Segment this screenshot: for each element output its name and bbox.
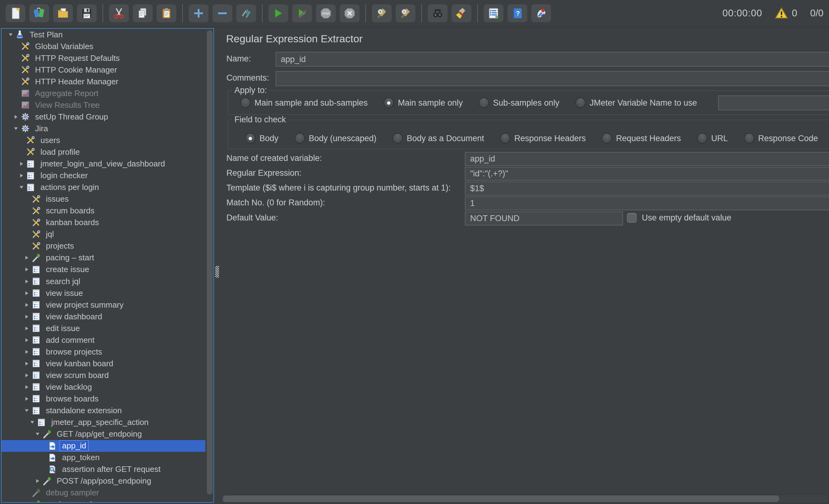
tree-item-post-app-post-endpoing[interactable]: POST /app/post_endpoing [2,475,205,487]
stop-button[interactable] [316,4,336,22]
help-button[interactable] [507,4,527,22]
tree-item-view-issue[interactable]: view issue [2,287,205,299]
field-to-check-option-response-code[interactable]: Response Code [744,133,818,144]
tree-item-jmeter-login-and-view-dashboard[interactable]: jmeter_login_and_view_dashboard [2,158,205,170]
expander-open-icon[interactable] [17,185,25,190]
use-empty-default-checkbox[interactable] [627,213,637,223]
tree-item-create-issue[interactable]: create issue [2,264,205,276]
toggle-button[interactable] [236,4,256,22]
expander-closed-icon[interactable] [23,361,31,366]
remote-start-all-button[interactable] [372,4,392,22]
tree-item-view-kanban-board[interactable]: view kanban board [2,358,205,369]
apply-to-option-main-sample-and-sub-samples[interactable]: Main sample and sub-samples [240,98,367,108]
field-to-check-option-url[interactable]: URL [697,133,728,144]
expander-closed-icon[interactable] [23,279,31,284]
radio-label[interactable]: Body as a Document [407,134,484,143]
radio-label[interactable]: Main sample only [398,98,463,108]
expander-closed-icon[interactable] [23,291,31,296]
match-no-0-for-random-input[interactable]: 1 [465,196,829,210]
apply-to-option-sub-samples-only[interactable]: Sub-samples only [479,98,560,108]
tree-item-view-scrum-board[interactable]: view scrum board [2,369,205,381]
expander-closed-icon[interactable] [23,326,31,331]
radio-label[interactable]: URL [711,134,728,143]
tree-item-issues[interactable]: issues [2,193,205,205]
tree-scrollbar-thumb[interactable] [207,30,213,495]
tree-vertical-scrollbar[interactable] [206,29,213,502]
tree-item-get-app-get-endpoing[interactable]: GET /app/get_endpoing [2,428,205,440]
tree-item-browse-boards[interactable]: browse boards [2,393,205,404]
field-to-check-option-response-headers[interactable]: Response Headers [500,133,586,144]
tree-item-test-plan[interactable]: Test Plan [2,29,205,40]
tree-item-pacing-start[interactable]: pacing – start [2,252,205,264]
apply-to-option-jmeter-variable-name-to-use[interactable]: JMeter Variable Name to use [575,98,697,108]
radio-button[interactable] [393,133,403,144]
expander-closed-icon[interactable] [23,267,31,272]
tree-item-login-checker[interactable]: login checker [2,170,205,182]
expander-closed-icon[interactable] [12,114,20,119]
radio-label[interactable]: JMeter Variable Name to use [590,98,697,108]
start-no-pauses-button[interactable] [292,4,312,22]
tree-item-load-profile[interactable]: load profile [2,146,205,158]
tree-item-http-request-defaults[interactable]: HTTP Request Defaults [2,52,205,64]
radio-label[interactable]: Response Headers [514,134,586,143]
expander-open-icon[interactable] [6,32,14,37]
copy-button[interactable] [133,4,153,22]
expander-closed-icon[interactable] [17,173,25,178]
clear-all-button[interactable] [452,4,471,22]
tree-item-jmeter-app-specific-action[interactable]: jmeter_app_specific_action [2,417,205,428]
tree-item-global-variables[interactable]: Global Variables [2,40,205,52]
expander-closed-icon[interactable] [23,255,31,260]
tree-item-setup-thread-group[interactable]: setUp Thread Group [2,111,205,122]
expander-closed-icon[interactable] [23,349,31,355]
tree-item-users[interactable]: users [2,134,205,146]
radio-button[interactable] [240,98,251,108]
cut-button[interactable] [109,4,129,22]
apply-to-option-main-sample-only[interactable]: Main sample only [384,98,463,108]
radio-label[interactable]: Body (unescaped) [309,134,376,143]
regular-expression-input[interactable]: "id":"(.+?)" [465,167,829,181]
options-button[interactable] [531,4,551,22]
template-i-where-i-is-capturing-group-number-starts-at-1-input[interactable]: $1$ [465,182,829,195]
tree-item-aggregate-report[interactable]: Aggregate Report [2,87,205,99]
expander-open-icon[interactable] [34,431,42,437]
tree-item-debug-sampler[interactable]: debug sampler [2,487,205,499]
tree-item-add-comment[interactable]: add comment [2,334,205,346]
field-to-check-option-body-as-a-document[interactable]: Body as a Document [393,133,484,144]
tree-item-scrum-boards[interactable]: scrum boards [2,205,205,217]
open-folder-button[interactable] [53,4,73,22]
save-button[interactable] [77,4,97,22]
field-to-check-option-request-headers[interactable]: Request Headers [602,133,681,144]
tree-item-app-id[interactable]: app_id [2,440,205,452]
radio-label[interactable]: Request Headers [616,134,681,143]
tree-item-view-results-tree[interactable]: View Results Tree [2,99,205,111]
tree-item-jira[interactable]: Jira [2,122,205,134]
tree-item-projects[interactable]: projects [2,240,205,252]
remote-shutdown-all-button[interactable] [396,4,416,22]
templates-button[interactable] [29,4,49,22]
comments-input[interactable] [276,71,829,86]
expander-open-icon[interactable] [23,408,31,413]
use-empty-default-label[interactable]: Use empty default value [642,212,731,224]
function-helper-button[interactable] [484,4,503,22]
split-pane-handle[interactable] [215,266,219,278]
radio-button[interactable] [245,133,255,144]
radio-label[interactable]: Main sample and sub-samples [254,98,367,108]
tree-item-search-jql[interactable]: search jql [2,276,205,287]
tree-item-pacing-end[interactable]: pacing – end [2,499,205,502]
tree-item-standalone-extension[interactable]: standalone extension [2,405,205,417]
tree-item-http-cookie-manager[interactable]: HTTP Cookie Manager [2,64,205,76]
expander-closed-icon[interactable] [23,337,31,343]
expander-closed-icon[interactable] [23,396,31,401]
expand-all-button[interactable] [189,4,209,22]
collapse-all-button[interactable] [213,4,232,22]
radio-label[interactable]: Body [259,134,279,143]
radio-button[interactable] [295,133,305,144]
name-input[interactable]: app_id [276,52,829,67]
radio-button[interactable] [384,98,394,108]
editor-horizontal-scrollbar[interactable] [221,494,829,503]
expander-open-icon[interactable] [12,126,20,131]
log-error-indicator[interactable]: 0 [774,6,797,20]
tree-item-actions-per-login[interactable]: actions per login [2,182,205,193]
radio-label[interactable]: Response Code [758,134,818,143]
tree-item-http-header-manager[interactable]: HTTP Header Manager [2,76,205,87]
